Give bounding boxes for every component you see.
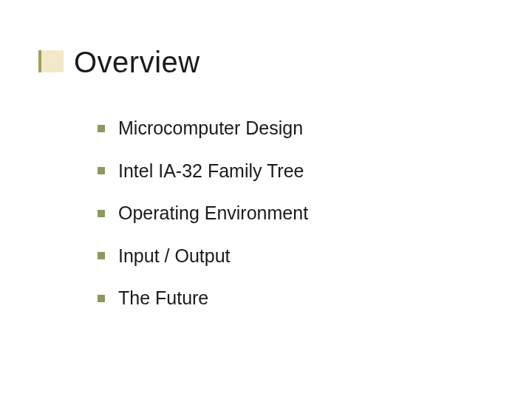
- bullet-square-icon: [98, 167, 105, 174]
- bullet-text: Microcomputer Design: [118, 118, 303, 139]
- list-item: Operating Environment: [98, 203, 308, 224]
- bullet-text: Operating Environment: [118, 203, 308, 224]
- bullet-square-icon: [98, 295, 105, 302]
- bullet-square-icon: [98, 252, 105, 259]
- bullet-square-icon: [98, 125, 105, 132]
- title-accent-icon: [38, 50, 64, 72]
- slide-title-block: Overview: [38, 46, 200, 79]
- bullet-text: Intel IA-32 Family Tree: [118, 161, 304, 182]
- list-item: Input / Output: [98, 246, 308, 267]
- bullet-text: Input / Output: [118, 246, 231, 267]
- bullet-square-icon: [98, 210, 105, 217]
- list-item: The Future: [98, 288, 308, 309]
- bullet-list: Microcomputer Design Intel IA-32 Family …: [98, 118, 308, 331]
- list-item: Microcomputer Design: [98, 118, 308, 139]
- bullet-text: The Future: [118, 288, 208, 309]
- slide-title: Overview: [74, 46, 200, 79]
- list-item: Intel IA-32 Family Tree: [98, 161, 308, 182]
